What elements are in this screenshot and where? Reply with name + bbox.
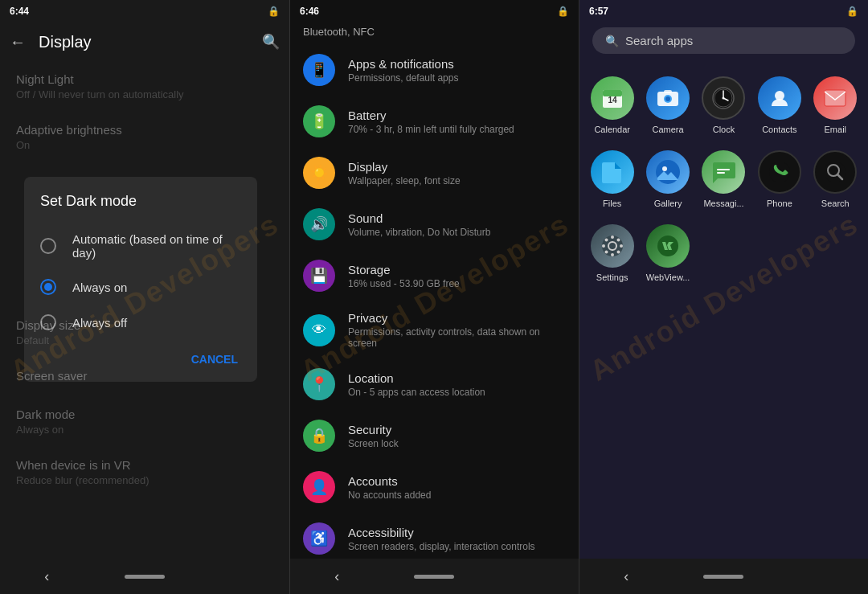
search-bar-placeholder: Search apps: [625, 34, 693, 47]
location-text: Location On - 5 apps can access location: [348, 371, 566, 398]
camera-icon: [646, 76, 690, 120]
menu-display[interactable]: ☀️ Display Wallpaper, sleep, font size: [290, 147, 579, 199]
svg-rect-18: [717, 172, 725, 174]
radio-label-always-on: Always on: [72, 281, 127, 294]
setting-dark-mode[interactable]: Dark mode Always on: [0, 396, 289, 447]
menu-accounts[interactable]: 👤 Accounts No accounts added: [290, 461, 579, 513]
display-icon: ☀️: [303, 157, 335, 189]
security-text: Security Screen lock: [348, 423, 566, 449]
storage-subtitle: 16% used - 53.90 GB free: [348, 278, 566, 289]
radio-circle-always-on: [40, 279, 56, 295]
email-icon: [813, 76, 857, 120]
settings-list-below: Display size Default Screen saver Dark m…: [0, 307, 289, 498]
menu-sound[interactable]: 🔊 Sound Volume, vibration, Do Not Distur…: [290, 199, 579, 250]
radio-automatic[interactable]: Automatic (based on time of day): [24, 223, 257, 269]
app-phone[interactable]: Phone: [753, 144, 805, 215]
storage-icon: 💾: [303, 260, 335, 292]
app-files[interactable]: Files: [586, 144, 638, 215]
setting-adaptive-brightness[interactable]: Adaptive brightness On: [0, 112, 289, 162]
svg-point-30: [616, 251, 620, 254]
time-1: 6:44: [10, 6, 29, 17]
app-clock[interactable]: Clock: [698, 70, 750, 141]
setting-vr-subtitle: Reduce blur (recommended): [16, 474, 273, 486]
menu-privacy[interactable]: 👁 Privacy Permissions, activity controls…: [290, 301, 579, 358]
time-3: 6:57: [589, 6, 608, 17]
setting-night-light[interactable]: Night Light Off / Will never turn on aut…: [0, 61, 289, 112]
menu-accessibility[interactable]: ♿ Accessibility Screen readers, display,…: [290, 513, 579, 564]
clock-icon: [702, 76, 745, 120]
menu-location[interactable]: 📍 Location On - 5 apps can access locati…: [290, 358, 579, 410]
setting-display-size[interactable]: Display size Default: [0, 307, 289, 358]
setting-adaptive-title: Adaptive brightness: [16, 123, 273, 137]
location-title: Location: [348, 371, 566, 385]
svg-rect-17: [717, 169, 730, 170]
app-camera[interactable]: Camera: [641, 70, 694, 141]
svg-rect-15: [656, 160, 680, 184]
app-messaging[interactable]: Messagi...: [698, 144, 750, 215]
app-contacts[interactable]: Contacts: [753, 70, 805, 141]
nav-back-2[interactable]: ‹: [321, 560, 353, 592]
nav-home-1[interactable]: [125, 575, 165, 579]
accessibility-icon: ♿: [303, 522, 335, 555]
svg-rect-13: [825, 90, 845, 106]
setting-vr[interactable]: When device is in VR Reduce blur (recomm…: [0, 447, 289, 498]
security-subtitle: Screen lock: [348, 438, 566, 449]
privacy-subtitle: Permissions, activity controls, data sho…: [348, 326, 566, 349]
files-label: Files: [603, 199, 621, 208]
contacts-icon: [758, 76, 801, 120]
location-subtitle: On - 5 apps can access location: [348, 387, 566, 398]
svg-point-25: [611, 236, 614, 239]
svg-point-5: [665, 96, 670, 101]
nav-back-3[interactable]: ‹: [610, 560, 642, 592]
panel-display-settings: 6:44 🔒 ← Display 🔍 Night Light Off / Wil…: [0, 0, 289, 594]
search-bar[interactable]: 🔍 Search apps: [592, 27, 855, 54]
radio-inner-always-on: [44, 283, 52, 291]
back-button-1[interactable]: ←: [10, 33, 26, 51]
menu-security[interactable]: 🔒 Security Screen lock: [290, 410, 579, 461]
sound-text: Sound Volume, vibration, Do Not Disturb: [348, 211, 566, 238]
nav-home-3[interactable]: [703, 575, 743, 579]
lock-icon-1: 🔒: [268, 6, 280, 17]
webview-icon: [646, 224, 690, 268]
time-2: 6:46: [300, 6, 319, 17]
nav-back-1[interactable]: ‹: [31, 560, 63, 592]
app-gallery[interactable]: Gallery: [641, 144, 694, 215]
status-icons-1: 🔒: [268, 6, 280, 17]
svg-point-31: [616, 239, 620, 242]
status-bar-2: 6:46 🔒: [290, 0, 579, 23]
menu-storage[interactable]: 💾 Storage 16% used - 53.90 GB free: [290, 250, 579, 301]
search-app-icon: [813, 150, 857, 194]
storage-text: Storage 16% used - 53.90 GB free: [348, 263, 566, 289]
phone-label: Phone: [767, 199, 792, 208]
setting-screen-saver[interactable]: Screen saver: [0, 358, 289, 396]
panel-settings-menu: 6:46 🔒 Bluetooth, NFC 📱 Apps & notificat…: [289, 0, 579, 594]
battery-title: Battery: [348, 109, 566, 122]
location-icon: 📍: [303, 368, 335, 400]
nav-home-2[interactable]: [414, 575, 454, 579]
app-webview[interactable]: WebView...: [641, 218, 694, 289]
phone-icon: [758, 150, 801, 194]
nav-bar-3: ‹: [579, 559, 868, 594]
security-icon: 🔒: [303, 420, 335, 452]
menu-apps-notifications[interactable]: 📱 Apps & notifications Permissions, defa…: [290, 44, 579, 96]
svg-point-11: [723, 97, 725, 100]
radio-always-on[interactable]: Always on: [24, 269, 257, 305]
search-icon-1[interactable]: 🔍: [262, 33, 280, 51]
menu-battery[interactable]: 🔋 Battery 70% - 3 hr, 8 min left until f…: [290, 96, 579, 147]
svg-point-32: [604, 251, 608, 254]
toolbar-1: ← Display 🔍: [0, 23, 289, 61]
battery-text: Battery 70% - 3 hr, 8 min left until ful…: [348, 109, 566, 135]
status-bar-1: 6:44 🔒: [0, 0, 289, 23]
setting-dark-mode-title: Dark mode: [16, 408, 273, 421]
apps-notifications-text: Apps & notifications Permissions, defaul…: [348, 57, 566, 84]
app-email[interactable]: Email: [809, 70, 862, 141]
lock-icon-2: 🔒: [557, 6, 569, 17]
app-calendar[interactable]: 14 Calendar: [586, 70, 638, 141]
app-search[interactable]: Search: [809, 144, 862, 215]
setting-screen-saver-title: Screen saver: [16, 369, 273, 383]
sound-subtitle: Volume, vibration, Do Not Disturb: [348, 227, 566, 238]
clock-label: Clock: [713, 125, 735, 134]
app-settings[interactable]: Settings: [586, 218, 638, 289]
messaging-label: Messagi...: [703, 199, 743, 208]
svg-rect-6: [664, 90, 672, 93]
